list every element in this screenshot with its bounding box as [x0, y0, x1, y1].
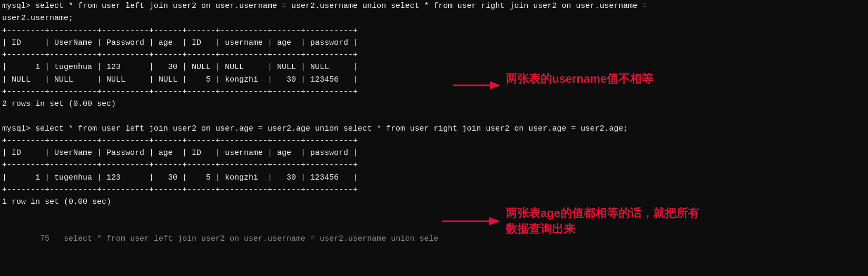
- line-result2: 1 row in set (0.00 sec): [0, 196, 868, 208]
- line-border4: +--------+----------+----------+------+-…: [0, 135, 868, 147]
- annotation-age-line2: 数据查询出来: [506, 221, 699, 237]
- line-border1: +--------+----------+----------+------+-…: [0, 25, 868, 37]
- annotation-username: 两张表的username值不相等: [506, 71, 653, 87]
- line-prompt2: mysql> select * from user left join user…: [0, 123, 868, 135]
- line-blank1: [0, 110, 868, 122]
- line-result1: 2 rows in set (0.00 sec): [0, 98, 868, 110]
- line-border2: +--------+----------+----------+------+-…: [0, 49, 868, 61]
- svg-marker-1: [490, 81, 500, 90]
- line-data1: | 1 | tugenhua | 123 | 30 | NULL | NULL …: [0, 61, 868, 73]
- line-border5: +--------+----------+----------+------+-…: [0, 159, 868, 171]
- line-data3: | 1 | tugenhua | 123 | 30 | 5 | kongzhi …: [0, 172, 868, 184]
- line-prompt1b: user2.username;: [0, 12, 868, 24]
- line-blank2: [0, 208, 868, 220]
- arrow-right-2: [442, 214, 500, 232]
- line-data2: | NULL | NULL | NULL | NULL | 5 | kongzh…: [0, 74, 868, 86]
- terminal: mysql> select * from user left join user…: [0, 0, 868, 276]
- line-prompt1: mysql> select * from user left join user…: [0, 0, 868, 12]
- line-header1: | ID | UserName | Password | age | ID | …: [0, 37, 868, 49]
- line-bottom: 75 select * from user left join user2 on…: [0, 221, 868, 258]
- line-border3: +--------+----------+----------+------+-…: [0, 86, 868, 98]
- line-border6: +--------+----------+----------+------+-…: [0, 184, 868, 196]
- arrow-svg-1: [453, 78, 500, 93]
- svg-marker-3: [489, 217, 500, 225]
- annotation-age: 两张表age的值都相等的话，就把所有 数据查询出来: [506, 205, 699, 237]
- annotation-age-line1: 两张表age的值都相等的话，就把所有: [506, 205, 699, 221]
- line-header2: | ID | UserName | Password | age | ID | …: [0, 147, 868, 159]
- bottom-text: 75 select * from user left join user2 on…: [21, 234, 438, 243]
- arrow-svg-2: [442, 214, 500, 229]
- arrow-right-1: [453, 78, 500, 96]
